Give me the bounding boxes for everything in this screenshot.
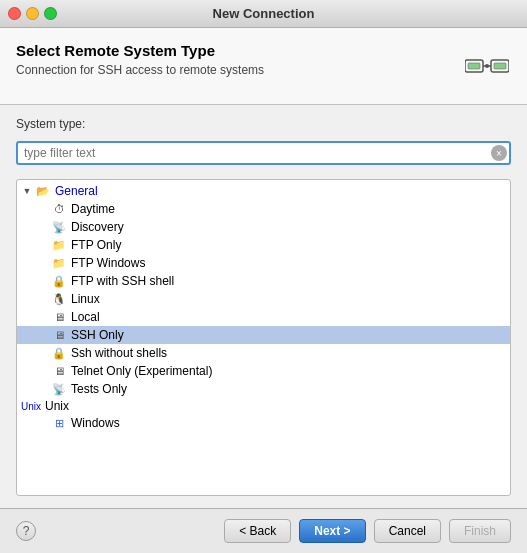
item-label: FTP with SSH shell xyxy=(71,274,174,288)
content: System type: × ▼📂General⏱Daytime📡Discove… xyxy=(0,105,527,508)
header: Select Remote System Type Connection for… xyxy=(0,28,527,105)
tree-item-discovery[interactable]: 📡Discovery xyxy=(17,218,510,236)
monitor-icon: 🖥 xyxy=(51,327,67,343)
svg-point-5 xyxy=(485,64,489,68)
item-label: Windows xyxy=(71,416,120,430)
traffic-lights xyxy=(8,7,57,20)
item-label: Telnet Only (Experimental) xyxy=(71,364,212,378)
titlebar: New Connection xyxy=(0,0,527,28)
footer-left: ? xyxy=(16,521,36,541)
connection-icon xyxy=(465,50,509,82)
ftp-ssh-icon: 🔒 xyxy=(51,345,67,361)
radar-icon: 📡 xyxy=(51,219,67,235)
monitor-icon: 🖥 xyxy=(51,309,67,325)
folder-icon: 📂 xyxy=(35,183,51,199)
tree-item-ssh-without-shells[interactable]: 🔒Ssh without shells xyxy=(17,344,510,362)
item-label: Tests Only xyxy=(71,382,127,396)
cancel-button[interactable]: Cancel xyxy=(374,519,441,543)
windows-icon: ⊞ xyxy=(51,415,67,431)
tree-item-linux[interactable]: 🐧Linux xyxy=(17,290,510,308)
back-button[interactable]: < Back xyxy=(224,519,291,543)
unix-category-label: Unix xyxy=(21,401,41,412)
svg-rect-3 xyxy=(494,63,506,69)
radar-icon: 📡 xyxy=(51,381,67,397)
tree-arrow: ▼ xyxy=(21,185,33,197)
item-label: Linux xyxy=(71,292,100,306)
system-type-tree[interactable]: ▼📂General⏱Daytime📡Discovery📁FTP Only📁FTP… xyxy=(16,179,511,496)
item-label: General xyxy=(55,184,98,198)
item-label: Ssh without shells xyxy=(71,346,167,360)
maximize-button[interactable] xyxy=(44,7,57,20)
tree-item-ssh-only[interactable]: 🖥SSH Only xyxy=(17,326,510,344)
item-label: FTP Windows xyxy=(71,256,145,270)
system-type-label: System type: xyxy=(16,117,511,131)
footer-buttons: < Back Next > Cancel Finish xyxy=(224,519,511,543)
item-label: FTP Only xyxy=(71,238,121,252)
header-title: Select Remote System Type xyxy=(16,42,264,59)
header-text: Select Remote System Type Connection for… xyxy=(16,42,264,77)
item-label: SSH Only xyxy=(71,328,124,342)
linux-icon: 🐧 xyxy=(51,291,67,307)
filter-clear-button[interactable]: × xyxy=(491,145,507,161)
help-button[interactable]: ? xyxy=(16,521,36,541)
tree-item-windows[interactable]: ⊞Windows xyxy=(17,414,510,432)
finish-button[interactable]: Finish xyxy=(449,519,511,543)
footer: ? < Back Next > Cancel Finish xyxy=(0,508,527,553)
monitor-icon: 🖥 xyxy=(51,363,67,379)
ftp-icon: 📁 xyxy=(51,255,67,271)
item-label: Discovery xyxy=(71,220,124,234)
clock-icon: ⏱ xyxy=(51,201,67,217)
tree-item-general[interactable]: ▼📂General xyxy=(17,182,510,200)
filter-input[interactable] xyxy=(16,141,511,165)
tree-item-unix[interactable]: Unix Unix xyxy=(17,398,510,414)
header-icon xyxy=(463,42,511,90)
tree-item-ftp-windows[interactable]: 📁FTP Windows xyxy=(17,254,510,272)
filter-input-wrap: × xyxy=(16,141,511,165)
tree-item-tests-only[interactable]: 📡Tests Only xyxy=(17,380,510,398)
close-button[interactable] xyxy=(8,7,21,20)
item-label: Unix xyxy=(45,399,69,413)
svg-rect-1 xyxy=(468,63,480,69)
item-label: Local xyxy=(71,310,100,324)
tree-item-ftp-only[interactable]: 📁FTP Only xyxy=(17,236,510,254)
item-label: Daytime xyxy=(71,202,115,216)
next-button[interactable]: Next > xyxy=(299,519,365,543)
tree-item-ftp-ssh[interactable]: 🔒FTP with SSH shell xyxy=(17,272,510,290)
ftp-ssh-icon: 🔒 xyxy=(51,273,67,289)
dialog: Select Remote System Type Connection for… xyxy=(0,28,527,553)
window-title: New Connection xyxy=(8,6,519,21)
header-description: Connection for SSH access to remote syst… xyxy=(16,63,264,77)
ftp-icon: 📁 xyxy=(51,237,67,253)
tree-item-telnet[interactable]: 🖥Telnet Only (Experimental) xyxy=(17,362,510,380)
minimize-button[interactable] xyxy=(26,7,39,20)
tree-item-local[interactable]: 🖥Local xyxy=(17,308,510,326)
tree-item-daytime[interactable]: ⏱Daytime xyxy=(17,200,510,218)
